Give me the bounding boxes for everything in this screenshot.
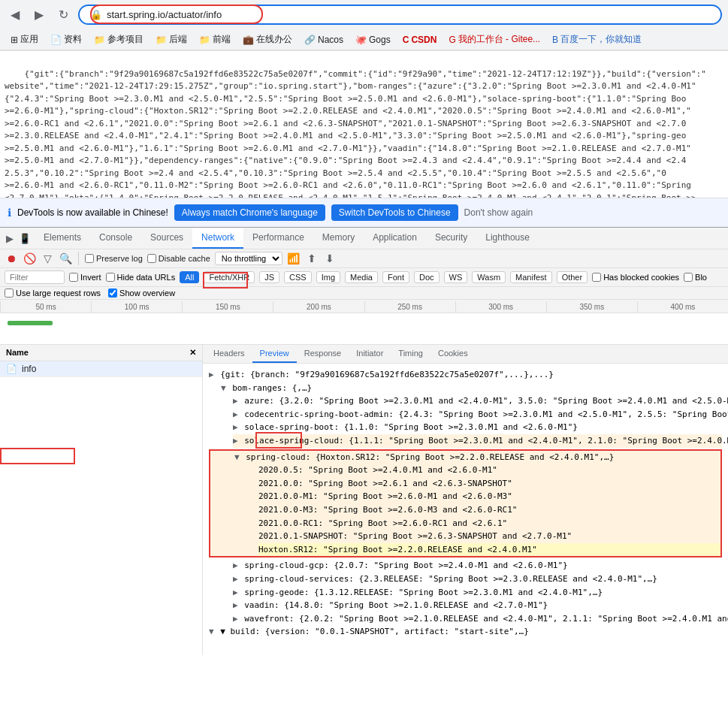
download-icon[interactable]: ⬇ xyxy=(323,252,337,265)
bookmark-ref[interactable]: 📁 参考项目 xyxy=(89,32,148,47)
bookmark-nacos[interactable]: 🔗 Nacos xyxy=(300,33,348,47)
show-overview-checkbox[interactable] xyxy=(108,289,117,298)
tab-sources[interactable]: Sources xyxy=(141,228,192,249)
record-button[interactable]: ⏺ xyxy=(5,252,18,265)
preserve-log-checkbox[interactable] xyxy=(85,254,94,263)
always-match-button[interactable]: Always match Chrome's language xyxy=(174,204,325,221)
clear-button[interactable]: 🚫 xyxy=(23,252,36,265)
bookmark-office[interactable]: 💼 在线办公 xyxy=(238,32,297,47)
invert-checkbox[interactable] xyxy=(69,273,78,282)
bookmark-csdn[interactable]: C CSDN xyxy=(398,33,442,47)
tab-memory[interactable]: Memory xyxy=(313,228,364,249)
vaadin-toggle[interactable]: ▶ xyxy=(233,600,238,610)
filter-css[interactable]: CSS xyxy=(284,271,312,283)
tab-application[interactable]: Application xyxy=(364,228,426,249)
spring-cloud-services-toggle[interactable]: ▶ xyxy=(233,574,238,584)
spring-geode-toggle[interactable]: ▶ xyxy=(233,588,238,597)
forward-button[interactable]: ▶ xyxy=(30,6,48,24)
filter-img[interactable]: Img xyxy=(316,271,340,283)
bookmark-data[interactable]: 📄 资料 xyxy=(46,32,86,47)
devtools-banner: ℹ DevTools is now available in Chinese! … xyxy=(0,198,728,227)
filter-fetch-xhr[interactable]: Fetch/XHR xyxy=(204,271,255,283)
filter-all[interactable]: All xyxy=(180,271,199,283)
json-wavefront-row: ▶ wavefront: {2.0.2: "Spring Boot >=2.1.… xyxy=(233,612,722,626)
wavefront-toggle[interactable]: ▶ xyxy=(233,614,238,624)
filter-media[interactable]: Media xyxy=(345,271,378,283)
filter-manifest[interactable]: Manifest xyxy=(510,271,552,283)
info-icon: ℹ xyxy=(8,207,11,219)
solace-cloud-toggle[interactable]: ▶ xyxy=(233,436,238,446)
solace-toggle[interactable]: ▶ xyxy=(233,422,238,432)
filter-wasm[interactable]: Wasm xyxy=(472,271,506,283)
lock-icon: 🔒 xyxy=(90,9,102,20)
tab-security[interactable]: Security xyxy=(426,228,476,249)
invert-label[interactable]: Invert xyxy=(69,273,101,282)
tab-console[interactable]: Console xyxy=(90,228,141,249)
devtools-inspect-icon[interactable]: ▶ xyxy=(3,231,17,245)
bookmark-gogs[interactable]: 🐙 Gogs xyxy=(351,33,395,47)
filter-js[interactable]: JS xyxy=(259,271,279,283)
filter-doc[interactable]: Doc xyxy=(414,271,440,283)
tab-network[interactable]: Network xyxy=(192,228,243,249)
filter-font[interactable]: Font xyxy=(382,271,409,283)
tab-performance[interactable]: Performance xyxy=(243,228,313,249)
wifi-icon[interactable]: 📶 xyxy=(287,252,301,265)
spring-cloud-section: ▼ spring-cloud: {Hoxton.SR12: "Spring Bo… xyxy=(209,449,722,558)
switch-devtools-button[interactable]: Switch DevTools to Chinese xyxy=(331,204,458,221)
detail-tab-initiator[interactable]: Initiator xyxy=(349,345,391,363)
bookmark-apps[interactable]: ⊞ 应用 xyxy=(6,32,43,47)
detail-tab-headers[interactable]: Headers xyxy=(206,345,252,363)
large-rows-label[interactable]: Use large request rows xyxy=(5,289,101,298)
address-bar[interactable]: 🔒 start.spring.io/actuator/info xyxy=(78,5,722,25)
filter-other[interactable]: Other xyxy=(557,271,588,283)
tab-lighthouse[interactable]: Lighthouse xyxy=(476,228,539,249)
large-rows-checkbox[interactable] xyxy=(5,289,14,298)
preserve-log-label[interactable]: Preserve log xyxy=(85,254,143,263)
blocked-cookies-label[interactable]: Has blocked cookies xyxy=(592,273,679,282)
detail-tab-cookies[interactable]: Cookies xyxy=(430,345,476,363)
blo-label[interactable]: Blo xyxy=(684,273,707,282)
filter-input[interactable] xyxy=(5,270,65,284)
request-list: Name ✕ 📄 info xyxy=(0,345,203,655)
detail-tab-timing[interactable]: Timing xyxy=(391,345,430,363)
bom-toggle[interactable]: ▼ xyxy=(221,383,226,393)
disable-cache-checkbox[interactable] xyxy=(147,254,156,263)
json-spring-cloud-services-row: ▶ spring-cloud-services: {2.3.RELEASE: "… xyxy=(233,573,722,586)
bookmark-baidu[interactable]: B 百度一下，你就知道 xyxy=(548,32,646,47)
browser-chrome: ◀ ▶ ↻ 🔒 start.spring.io/actuator/info ⊞ … xyxy=(0,0,728,51)
codecentric-toggle[interactable]: ▶ xyxy=(233,409,238,419)
filter-icon[interactable]: ▽ xyxy=(41,252,54,265)
blocked-cookies-checkbox[interactable] xyxy=(592,273,601,282)
json-codecentric-row: ▶ codecentric-spring-boot-admin: {2.4.3:… xyxy=(233,408,722,421)
detail-tab-response[interactable]: Response xyxy=(297,345,349,363)
bookmark-frontend[interactable]: 📁 前端 xyxy=(195,32,235,47)
disable-cache-label[interactable]: Disable cache xyxy=(147,254,210,263)
root-toggle[interactable]: ▶ xyxy=(209,370,214,379)
request-item-info[interactable]: 📄 info xyxy=(0,361,202,377)
resize-handle[interactable]: ✕ xyxy=(189,348,196,358)
refresh-button[interactable]: ↻ xyxy=(54,6,72,24)
tab-elements[interactable]: Elements xyxy=(35,228,90,249)
throttle-select[interactable]: No throttling xyxy=(215,252,282,265)
blo-checkbox[interactable] xyxy=(684,273,693,282)
hide-data-urls-checkbox[interactable] xyxy=(106,273,115,282)
json-spring-cloud-gcp-row: ▶ spring-cloud-gcp: {2.0.7: "Spring Boot… xyxy=(233,559,722,573)
tick-400: 400 ms xyxy=(637,301,728,313)
bookmark-backend[interactable]: 📁 后端 xyxy=(151,32,192,47)
upload-icon[interactable]: ⬆ xyxy=(305,252,319,265)
show-overview-label[interactable]: Show overview xyxy=(108,289,175,298)
spring-cloud-toggle[interactable]: ▼ xyxy=(234,452,240,462)
bookmark-gitee[interactable]: G 我的工作台 - Gitee... xyxy=(444,32,545,47)
back-button[interactable]: ◀ xyxy=(6,6,24,24)
filter-ws[interactable]: WS xyxy=(444,271,468,283)
spring-cloud-gcp-toggle[interactable]: ▶ xyxy=(233,560,238,570)
search-button[interactable]: 🔍 xyxy=(59,252,72,265)
timeline-bars xyxy=(0,313,728,345)
build-toggle[interactable]: ▼ xyxy=(209,627,214,636)
detail-tab-preview[interactable]: Preview xyxy=(252,345,297,363)
devtools-device-icon[interactable]: 📱 xyxy=(18,231,32,245)
azure-toggle[interactable]: ▶ xyxy=(233,396,238,406)
hide-data-urls-label[interactable]: Hide data URLs xyxy=(106,273,176,282)
dismiss-button[interactable]: Don't show again xyxy=(464,207,533,218)
tick-350: 350 ms xyxy=(546,301,637,313)
